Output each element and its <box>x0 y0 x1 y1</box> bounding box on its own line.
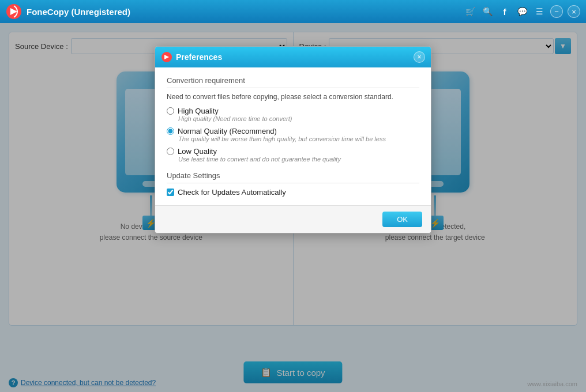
radio-label-low[interactable]: Low Quality <box>167 147 419 156</box>
radio-label-high[interactable]: High Quality <box>167 107 419 115</box>
dialog-title-bar: Preferences × <box>155 47 431 67</box>
low-quality-desc: Use least time to convert and do not gua… <box>178 156 419 163</box>
dialog-close-button[interactable]: × <box>414 51 425 63</box>
preferences-dialog: Preferences × Convertion requirement Nee… <box>155 46 431 233</box>
conversion-desc: Need to convert files before copying, pl… <box>167 93 419 101</box>
radio-label-normal[interactable]: Normal Quality (Recommend) <box>167 127 419 135</box>
update-checkbox-text: Check for Updates Automatically <box>178 188 286 197</box>
update-checkbox-label[interactable]: Check for Updates Automatically <box>167 188 419 197</box>
update-section-header: Update Settings <box>167 171 419 183</box>
facebook-icon[interactable]: f <box>498 5 511 18</box>
ok-button[interactable]: OK <box>382 212 422 227</box>
radio-input-high[interactable] <box>167 107 174 115</box>
radio-text-normal: Normal Quality (Recommend) <box>178 127 277 135</box>
update-checkbox[interactable] <box>167 189 174 196</box>
radio-option-low: Low Quality Use least time to convert an… <box>167 147 419 163</box>
app-title: FoneCopy (Unregistered) <box>27 7 464 17</box>
dialog-footer: OK <box>155 205 431 233</box>
radio-text-low: Low Quality <box>178 147 217 156</box>
high-quality-desc: High quality (Need more time to convert) <box>178 115 419 122</box>
radio-input-low[interactable] <box>167 148 174 155</box>
radio-input-normal[interactable] <box>167 127 174 135</box>
menu-icon[interactable]: ☰ <box>533 5 546 18</box>
radio-option-normal: Normal Quality (Recommend) The quality w… <box>167 127 419 142</box>
dialog-title: Preferences <box>176 52 414 62</box>
dialog-body: Convertion requirement Need to convert f… <box>155 67 431 205</box>
main-content: Source Device : ⚡ No device detected, pl… <box>0 23 586 392</box>
close-button[interactable]: × <box>568 5 580 18</box>
chat-icon[interactable]: 💬 <box>516 5 528 18</box>
dialog-logo <box>161 51 172 63</box>
radio-text-high: High Quality <box>178 107 219 115</box>
search-icon[interactable]: 🔍 <box>481 5 494 18</box>
minimize-button[interactable]: − <box>550 5 563 18</box>
cart-icon[interactable]: 🛒 <box>464 5 476 18</box>
conversion-section-header: Convertion requirement <box>167 76 419 88</box>
titlebar-icons: 🛒 🔍 f 💬 ☰ − × <box>464 5 580 18</box>
update-section: Update Settings Check for Updates Automa… <box>167 171 419 197</box>
normal-quality-desc: The quality will be worse than high qual… <box>178 135 419 142</box>
app-logo <box>6 3 22 20</box>
modal-overlay: Preferences × Convertion requirement Nee… <box>0 23 586 392</box>
radio-option-high: High Quality High quality (Need more tim… <box>167 107 419 122</box>
title-bar: FoneCopy (Unregistered) 🛒 🔍 f 💬 ☰ − × <box>0 0 586 23</box>
